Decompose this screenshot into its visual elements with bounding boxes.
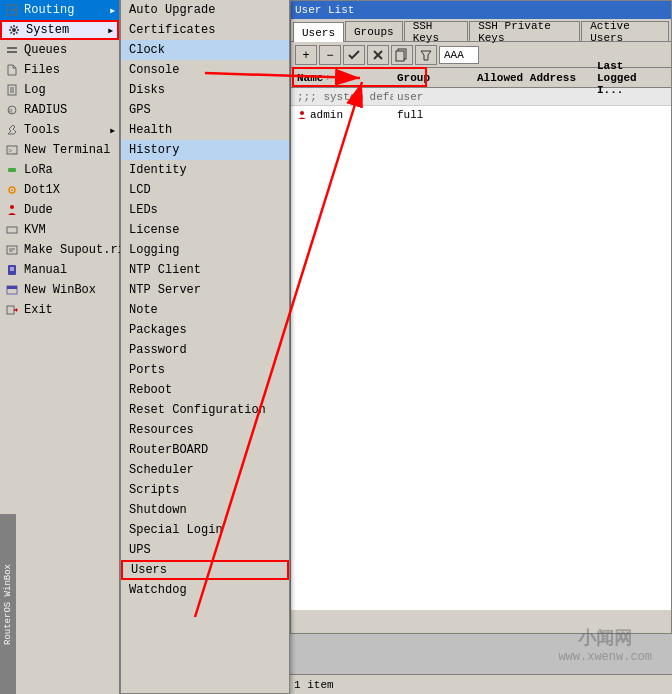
submenu-item-ntp-client[interactable]: NTP Client [121, 260, 289, 280]
submenu-item-health[interactable]: Health [121, 120, 289, 140]
col-name[interactable]: Name ↑ [293, 72, 393, 84]
svg-marker-29 [16, 308, 18, 312]
submenu-item-certificates[interactable]: Certificates [121, 20, 289, 40]
table-row[interactable]: admin full [291, 106, 671, 124]
sidebar-item-lora[interactable]: LoRa [0, 160, 119, 180]
submenu-item-label: UPS [129, 543, 151, 557]
submenu-item-password[interactable]: Password [121, 340, 289, 360]
submenu-item-auto-upgrade[interactable]: Auto Upgrade [121, 0, 289, 20]
submenu-item-ports[interactable]: Ports [121, 360, 289, 380]
submenu-item-label: Resources [129, 423, 194, 437]
sidebar-item-label: New Terminal [24, 143, 110, 157]
submenu-item-identity[interactable]: Identity [121, 160, 289, 180]
col-logged[interactable]: Last Logged I... [593, 60, 669, 96]
submenu-item-gps[interactable]: GPS [121, 100, 289, 120]
submenu-item-ntp-server[interactable]: NTP Server [121, 280, 289, 300]
submenu-item-label: Scripts [129, 483, 179, 497]
submenu-item-label: NTP Client [129, 263, 201, 277]
sidebar-item-label: Dot1X [24, 183, 60, 197]
sidebar-item-label: Queues [24, 43, 67, 57]
search-input[interactable] [439, 46, 479, 64]
filter-button[interactable] [415, 45, 437, 65]
sidebar-item-label: Dude [24, 203, 53, 217]
sidebar-item-log[interactable]: Log [0, 80, 119, 100]
submenu-item-scheduler[interactable]: Scheduler [121, 460, 289, 480]
submenu-item-label: Special Login [129, 523, 223, 537]
submenu-item-ups[interactable]: UPS [121, 540, 289, 560]
sidebar-item-system[interactable]: System ▶ [0, 20, 119, 40]
submenu-item-label: Certificates [129, 23, 215, 37]
dot1x-icon [4, 182, 20, 198]
sort-arrow-icon: ↑ [325, 73, 330, 82]
submenu-item-shutdown[interactable]: Shutdown [121, 500, 289, 520]
sidebar-item-tools[interactable]: Tools ▶ [0, 120, 119, 140]
tab-active-users[interactable]: Active Users [581, 21, 669, 41]
submenu-item-label: LCD [129, 183, 151, 197]
sidebar-item-label: System [26, 23, 69, 37]
sidebar-item-dude[interactable]: Dude [0, 200, 119, 220]
sidebar-item-dot1x[interactable]: Dot1X [0, 180, 119, 200]
submenu-item-leds[interactable]: LEDs [121, 200, 289, 220]
col-allowed[interactable]: Allowed Address [473, 72, 593, 84]
tools-icon [4, 122, 20, 138]
svg-rect-19 [7, 246, 17, 254]
submenu-item-label: Console [129, 63, 179, 77]
tab-ssh-keys[interactable]: SSH Keys [404, 21, 469, 41]
cancel-button[interactable] [367, 45, 389, 65]
svg-rect-14 [8, 168, 16, 172]
sidebar-item-manual[interactable]: Manual [0, 260, 119, 280]
sidebar-item-queues[interactable]: Queues [0, 40, 119, 60]
tab-groups[interactable]: Groups [345, 21, 403, 41]
radius-icon: R [4, 102, 20, 118]
submenu-item-special-login[interactable]: Special Login [121, 520, 289, 540]
submenu-item-label: Password [129, 343, 187, 357]
gear-icon [6, 22, 22, 38]
add-button[interactable]: + [295, 45, 317, 65]
submenu-item-packages[interactable]: Packages [121, 320, 289, 340]
table-header: Name ↑ Group Allowed Address Last Logged… [291, 68, 671, 88]
submenu-item-lcd[interactable]: LCD [121, 180, 289, 200]
submenu-item-console[interactable]: Console [121, 60, 289, 80]
tab-ssh-private-keys[interactable]: SSH Private Keys [469, 21, 580, 41]
submenu-item-routerboard[interactable]: RouterBOARD [121, 440, 289, 460]
remove-button[interactable]: − [319, 45, 341, 65]
sidebar-item-label: Files [24, 63, 60, 77]
submenu-item-reboot[interactable]: Reboot [121, 380, 289, 400]
tab-users[interactable]: Users [293, 22, 344, 42]
sidebar-item-new-terminal[interactable]: >_ New Terminal [0, 140, 119, 160]
copy-button[interactable] [391, 45, 413, 65]
submenu-item-logging[interactable]: Logging [121, 240, 289, 260]
sidebar-item-exit[interactable]: Exit [0, 300, 119, 320]
submenu-item-clock[interactable]: Clock [121, 40, 289, 60]
submenu-item-label: Clock [129, 43, 165, 57]
file-icon [4, 62, 20, 78]
submenu-item-disks[interactable]: Disks [121, 80, 289, 100]
svg-point-17 [10, 205, 14, 209]
manual-icon [4, 262, 20, 278]
submenu-item-users[interactable]: Users [121, 560, 289, 580]
submenu-item-resources[interactable]: Resources [121, 420, 289, 440]
svg-text:R: R [9, 108, 13, 115]
submenu-item-reset-config[interactable]: Reset Configuration [121, 400, 289, 420]
submenu-item-watchdog[interactable]: Watchdog [121, 580, 289, 600]
sidebar-item-kvm[interactable]: KVM [0, 220, 119, 240]
submenu-item-note[interactable]: Note [121, 300, 289, 320]
sidebar-item-new-winbox[interactable]: New WinBox [0, 280, 119, 300]
col-group[interactable]: Group [393, 72, 473, 84]
check-button[interactable] [343, 45, 365, 65]
submenu-item-label: GPS [129, 103, 151, 117]
system-submenu: Auto Upgrade Certificates Clock Console … [120, 0, 290, 694]
svg-rect-27 [7, 306, 14, 314]
submenu-item-scripts[interactable]: Scripts [121, 480, 289, 500]
svg-rect-26 [7, 286, 17, 289]
sidebar-item-radius[interactable]: R RADIUS [0, 100, 119, 120]
submenu-item-label: History [129, 143, 179, 157]
submenu-item-license[interactable]: License [121, 220, 289, 240]
sidebar-item-make-supout[interactable]: Make Supout.rif [0, 240, 119, 260]
sidebar-item-files[interactable]: Files [0, 60, 119, 80]
sidebar-item-routing[interactable]: Routing ▶ [0, 0, 119, 20]
submenu-item-history[interactable]: History [121, 140, 289, 160]
window-tabs: Users Groups SSH Keys SSH Private Keys A… [291, 19, 671, 42]
svg-point-35 [300, 111, 304, 115]
window-title: User List [291, 1, 671, 19]
